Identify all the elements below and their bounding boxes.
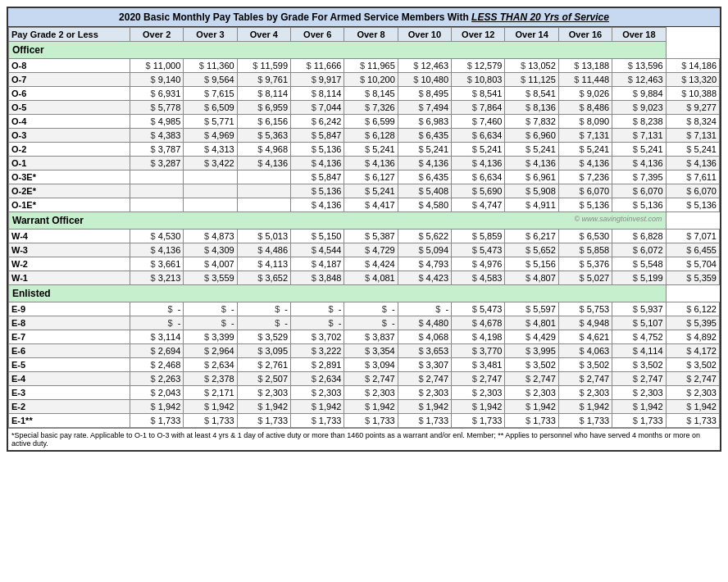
value-cell: $ 5,690 [452, 184, 505, 198]
grade-cell: E-8 [9, 316, 130, 330]
value-cell: $ 8,495 [398, 87, 451, 101]
table-row: O-1E*$ 4,136$ 4,417$ 4,580$ 4,747$ 4,911… [9, 198, 720, 212]
table-header-row: Pay Grade 2 or LessOver 2Over 3Over 4Ove… [9, 28, 720, 42]
value-cell: $ - [291, 316, 344, 330]
value-cell: $ - [237, 316, 290, 330]
value-cell: $ 8,114 [237, 87, 290, 101]
value-cell: $ 2,303 [558, 386, 612, 400]
value-cell: $ 2,303 [291, 386, 344, 400]
value-cell: $ 4,114 [612, 344, 666, 358]
footnote: *Special basic pay rate. Applicable to O… [8, 428, 720, 450]
value-cell: $ 5,199 [612, 271, 666, 285]
column-header-5: Over 8 [344, 28, 398, 42]
value-cell: $ 5,408 [398, 184, 451, 198]
value-cell: $ 1,942 [666, 400, 719, 414]
value-cell: $ 2,303 [612, 386, 666, 400]
value-cell: $ 7,864 [452, 101, 505, 115]
value-cell: $ 5,241 [344, 184, 398, 198]
column-header-6: Over 10 [398, 28, 451, 42]
value-cell: $ 6,217 [505, 230, 558, 243]
value-cell: $ 1,942 [237, 400, 290, 414]
section-header: Warrant Officer© www.savingtoinvest.com [9, 212, 720, 230]
table-row: E-5$ 2,468$ 2,634$ 2,761$ 2,891$ 3,094$ … [9, 358, 720, 372]
value-cell: $ 4,417 [344, 198, 398, 212]
value-cell: $ 2,634 [291, 372, 344, 386]
value-cell: $ 13,188 [558, 59, 612, 73]
value-cell: $ 5,241 [344, 143, 398, 157]
value-cell: $ 3,702 [291, 330, 344, 344]
value-cell: $ 4,752 [612, 330, 666, 344]
value-cell: $ 9,761 [237, 73, 290, 87]
value-cell: $ 5,847 [291, 129, 344, 143]
value-cell: $ 4,807 [505, 271, 558, 285]
value-cell: $ 4,793 [398, 257, 451, 271]
grade-cell: O-4 [9, 115, 130, 129]
value-cell: $ 6,959 [237, 101, 290, 115]
value-cell: $ 8,145 [344, 87, 398, 101]
value-cell: $ 7,460 [452, 115, 505, 129]
value-cell [130, 184, 183, 198]
value-cell: $ 4,621 [558, 330, 612, 344]
value-cell: $ 2,964 [184, 344, 237, 358]
grade-cell: O-7 [9, 73, 130, 87]
value-cell: $ 3,559 [184, 271, 237, 285]
value-cell: $ 12,579 [452, 59, 505, 73]
value-cell: $ 4,747 [452, 198, 505, 212]
value-cell: $ 7,131 [612, 129, 666, 143]
value-cell: $ 4,583 [452, 271, 505, 285]
table-row: O-2$ 3,787$ 4,313$ 4,968$ 5,136$ 5,241$ … [9, 143, 720, 157]
value-cell: $ 6,530 [558, 230, 612, 243]
grade-cell: E-7 [9, 330, 130, 344]
value-cell: $ 6,128 [344, 129, 398, 143]
value-cell: $ 2,171 [184, 386, 237, 400]
value-cell: $ 2,747 [612, 372, 666, 386]
value-cell: $ 3,213 [130, 271, 183, 285]
value-cell: $ 5,753 [558, 302, 612, 316]
value-cell: $ 2,507 [237, 372, 290, 386]
value-cell: $ 8,114 [291, 87, 344, 101]
value-cell: $ 11,000 [130, 59, 183, 73]
value-cell: $ - [344, 302, 398, 316]
value-cell [184, 171, 237, 184]
value-cell: $ 12,463 [398, 59, 451, 73]
value-cell: $ 6,072 [612, 243, 666, 257]
value-cell: $ 9,140 [130, 73, 183, 87]
value-cell: $ 5,136 [291, 184, 344, 198]
value-cell: $ - [184, 316, 237, 330]
value-cell: $ 11,599 [237, 59, 290, 73]
value-cell: $ 1,733 [237, 414, 290, 428]
value-cell: $ 1,733 [666, 414, 719, 428]
value-cell: $ 4,544 [291, 243, 344, 257]
value-cell: $ 10,803 [452, 73, 505, 87]
value-cell: $ 1,942 [344, 400, 398, 414]
table-row: W-1$ 3,213$ 3,559$ 3,652$ 3,848$ 4,081$ … [9, 271, 720, 285]
table-row: W-2$ 3,661$ 4,007$ 4,113$ 4,187$ 4,424$ … [9, 257, 720, 271]
table-row: O-7$ 9,140$ 9,564$ 9,761$ 9,917$ 10,200$… [9, 73, 720, 87]
value-cell: $ 2,747 [344, 372, 398, 386]
value-cell: $ 2,378 [184, 372, 237, 386]
grade-cell: O-6 [9, 87, 130, 101]
value-cell: $ 7,611 [666, 171, 719, 184]
value-cell: $ - [130, 316, 183, 330]
value-cell: $ 9,277 [666, 101, 719, 115]
table-row: O-3$ 4,383$ 4,969$ 5,363$ 5,847$ 6,128$ … [9, 129, 720, 143]
value-cell: $ 2,891 [291, 358, 344, 372]
value-cell: $ 6,070 [666, 184, 719, 198]
value-cell: $ 7,326 [344, 101, 398, 115]
table-row: E-8$ -$ -$ -$ -$ -$ 4,480$ 4,678$ 4,801$… [9, 316, 720, 330]
value-cell: $ 1,733 [398, 414, 451, 428]
grade-cell: O-5 [9, 101, 130, 115]
value-cell: $ 4,068 [398, 330, 451, 344]
value-cell: $ 4,985 [130, 115, 183, 129]
value-cell: $ 5,094 [398, 243, 451, 257]
value-cell [237, 198, 290, 212]
value-cell: $ 5,778 [130, 101, 183, 115]
value-cell: $ 3,529 [237, 330, 290, 344]
value-cell: $ 13,596 [612, 59, 666, 73]
value-cell: $ 12,463 [612, 73, 666, 87]
value-cell: $ 2,747 [452, 372, 505, 386]
value-cell: $ 1,942 [398, 400, 451, 414]
value-cell: $ 5,241 [666, 143, 719, 157]
value-cell: $ 11,965 [344, 59, 398, 73]
value-cell: $ 4,113 [237, 257, 290, 271]
